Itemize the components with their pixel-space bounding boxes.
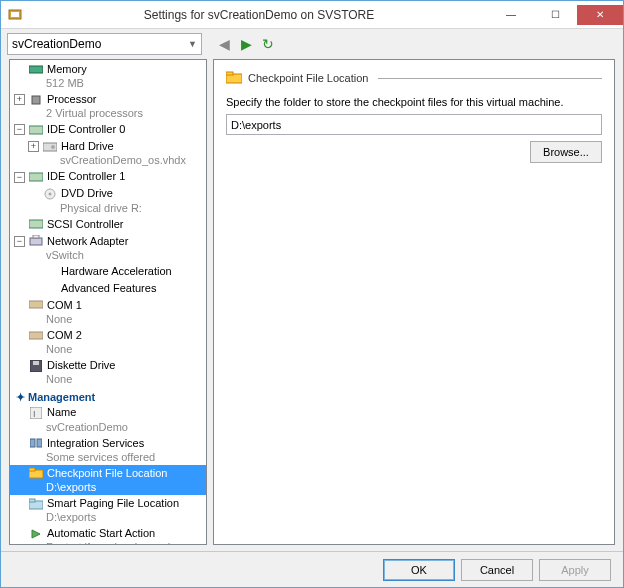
tree-ide0[interactable]: −IDE Controller 0 (10, 121, 206, 138)
minimize-button[interactable]: — (489, 5, 533, 25)
maximize-button[interactable]: ☐ (533, 5, 577, 25)
svg-marker-25 (32, 530, 40, 538)
svg-rect-3 (32, 96, 40, 104)
controller-icon (28, 123, 44, 137)
memory-icon (28, 63, 44, 77)
svg-text:I: I (33, 409, 36, 419)
svg-rect-22 (29, 468, 35, 471)
tree-com2[interactable]: COM 2 None (10, 327, 206, 357)
svg-rect-24 (29, 499, 35, 502)
panel-title-text: Checkpoint File Location (248, 72, 368, 84)
auto-start-icon (28, 527, 44, 541)
svg-rect-7 (29, 173, 43, 181)
vm-selector[interactable]: svCreationDemo ▼ (7, 33, 202, 55)
refresh-icon[interactable]: ↻ (258, 34, 278, 54)
panel-header: Checkpoint File Location (226, 70, 602, 86)
tree-name[interactable]: IName svCreationDemo (10, 405, 206, 435)
tree-memory[interactable]: Memory 512 MB (10, 61, 206, 91)
com-icon (28, 298, 44, 312)
svg-rect-11 (30, 238, 42, 245)
svg-rect-28 (226, 72, 233, 75)
tree-checkpoint-location[interactable]: Checkpoint File Location D:\exports (10, 465, 206, 495)
svg-rect-14 (29, 332, 43, 339)
cancel-button[interactable]: Cancel (461, 559, 533, 581)
nav-forward-icon[interactable]: ▶ (236, 34, 256, 54)
section-icon: ✦ (16, 391, 24, 404)
tree-hard-drive[interactable]: +Hard Drive svCreationDemo_os.vhdx (10, 138, 206, 168)
svg-rect-13 (29, 301, 43, 308)
dvd-icon (42, 187, 58, 201)
svg-point-6 (51, 145, 55, 149)
tree-scsi[interactable]: SCSI Controller (10, 216, 206, 233)
tree-diskette[interactable]: Diskette Drive None (10, 357, 206, 387)
vm-selector-value: svCreationDemo (12, 37, 101, 51)
window-title: Settings for svCreationDemo on SVSTORE (29, 8, 489, 22)
app-icon (7, 7, 23, 23)
svg-rect-20 (37, 439, 42, 447)
tree-smart-paging[interactable]: Smart Paging File Location D:\exports (10, 495, 206, 525)
divider (378, 78, 602, 79)
tree-dvd-drive[interactable]: DVD Drive Physical drive R: (10, 186, 206, 216)
tree-processor[interactable]: +Processor 2 Virtual processors (10, 91, 206, 121)
svg-rect-12 (33, 235, 39, 238)
tree-hw-accel[interactable]: Hardware Acceleration (10, 263, 206, 280)
nav-back-icon[interactable]: ◀ (214, 34, 234, 54)
svg-rect-19 (30, 439, 35, 447)
svg-point-9 (49, 193, 52, 196)
ok-button[interactable]: OK (383, 559, 455, 581)
svg-rect-2 (29, 66, 43, 73)
settings-panel: Checkpoint File Location Specify the fol… (213, 59, 615, 545)
tree-ide1[interactable]: −IDE Controller 1 (10, 169, 206, 186)
checkpoint-path-input[interactable] (226, 114, 602, 135)
svg-rect-16 (33, 361, 39, 365)
cpu-icon (28, 93, 44, 107)
titlebar: Settings for svCreationDemo on SVSTORE —… (1, 1, 623, 29)
svg-rect-4 (29, 126, 43, 134)
diskette-icon (28, 359, 44, 373)
svg-rect-17 (30, 407, 42, 419)
tree-adv-features[interactable]: Advanced Features (10, 280, 206, 297)
checkpoint-icon (28, 466, 44, 480)
name-icon: I (28, 406, 44, 420)
settings-tree[interactable]: Memory 512 MB +Processor 2 Virtual proce… (9, 59, 207, 545)
hard-drive-icon (42, 140, 58, 154)
apply-button[interactable]: Apply (539, 559, 611, 581)
svg-rect-1 (11, 12, 19, 17)
toolbar: svCreationDemo ▼ ◀ ▶ ↻ (1, 29, 623, 59)
panel-description: Specify the folder to store the checkpoi… (226, 96, 602, 108)
smart-paging-icon (28, 497, 44, 511)
chevron-down-icon: ▼ (188, 39, 197, 49)
tree-network[interactable]: −Network Adapter vSwitch (10, 233, 206, 263)
management-header: ✦ Management (10, 388, 206, 405)
browse-button[interactable]: Browse... (530, 141, 602, 163)
com-icon (28, 329, 44, 343)
controller-icon (28, 170, 44, 184)
checkpoint-icon (226, 70, 242, 86)
close-button[interactable]: ✕ (577, 5, 623, 25)
settings-window: Settings for svCreationDemo on SVSTORE —… (0, 0, 624, 588)
tree-com1[interactable]: COM 1 None (10, 297, 206, 327)
network-icon (28, 234, 44, 248)
tree-integration[interactable]: Integration Services Some services offer… (10, 435, 206, 465)
dialog-footer: OK Cancel Apply (1, 551, 623, 587)
scsi-icon (28, 217, 44, 231)
tree-auto-start[interactable]: Automatic Start Action Restart if previo… (10, 525, 206, 545)
integration-icon (28, 436, 44, 450)
svg-rect-10 (29, 220, 43, 228)
